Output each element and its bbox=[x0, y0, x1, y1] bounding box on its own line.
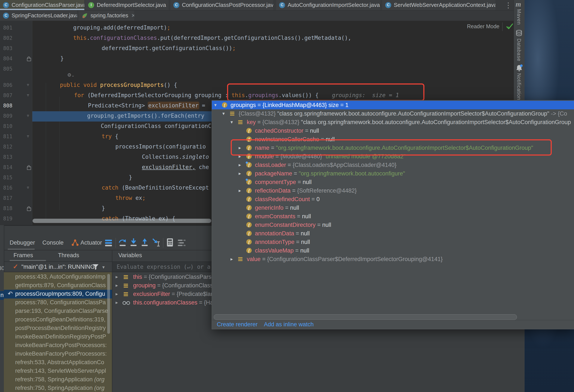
thread-selector[interactable]: "main"@1 in...in": RUNNING bbox=[21, 264, 95, 270]
variable-tree-row[interactable]: fannotationType = null bbox=[212, 238, 574, 246]
variable-row-segment: genericInfo bbox=[255, 205, 284, 211]
stack-frame-row[interactable]: processGroupImports:809, Configu bbox=[15, 290, 109, 297]
tool-button-maven[interactable]: Maven bbox=[516, 9, 522, 25]
expand-chevron-icon[interactable]: ▸ bbox=[239, 162, 241, 168]
variable-tree-row[interactable]: ▾key = {Class@4132} "class org.springfra… bbox=[212, 118, 574, 126]
step-over-icon[interactable] bbox=[118, 238, 127, 247]
subtab-threads[interactable]: Threads bbox=[58, 252, 79, 259]
variable-tree-row[interactable]: ▸fclassLoader = {ClassLoaders$AppClassLo… bbox=[212, 161, 574, 169]
editor-tab[interactable]: CAutoConfigurationImportSelector.java✕ bbox=[276, 0, 380, 10]
code-segment: ; bbox=[232, 45, 236, 51]
subtab-frames[interactable]: Frames bbox=[14, 252, 33, 259]
variable-tree-row[interactable]: fcachedConstructor = null bbox=[212, 126, 574, 135]
code-line: ConfigurationClass configurationCl bbox=[101, 123, 215, 129]
expand-chevron-icon[interactable]: ▸ bbox=[230, 256, 233, 262]
expand-chevron-icon[interactable]: ▸ bbox=[116, 274, 118, 280]
frames-scrollbar[interactable] bbox=[107, 274, 110, 334]
tab-console[interactable]: Console bbox=[42, 239, 63, 246]
tab-debugger[interactable]: Debugger bbox=[10, 239, 35, 246]
stack-frame-row[interactable]: invokeBeanFactoryPostProcessors: bbox=[15, 351, 109, 357]
tool-button-notifications[interactable]: Notifications bbox=[516, 73, 522, 103]
variable-row[interactable]: this = {ConfigurationClassParse bbox=[133, 274, 214, 280]
add-inline-watch-link[interactable]: Add as inline watch bbox=[264, 321, 314, 328]
stack-frame-row[interactable]: postProcessBeanDefinitionRegistry bbox=[15, 325, 109, 331]
variable-row-segment: null bbox=[302, 213, 311, 220]
stack-frame-row[interactable]: processConfigBeanDefinitions:319, bbox=[15, 316, 109, 323]
variable-tree-row[interactable]: ▾{Class@4132} "class org.springframework… bbox=[212, 109, 574, 118]
editor-tab[interactable]: CConfigurationClassParser.java✕ bbox=[0, 0, 84, 10]
variable-row-text: genericInfo = null bbox=[255, 205, 299, 211]
expand-chevron-icon[interactable]: ▾ bbox=[222, 111, 225, 116]
code-segment: deferredImport.getConfigurationClass()) bbox=[102, 45, 232, 51]
stack-frame-row[interactable]: refresh:758, SpringApplication (org bbox=[15, 376, 109, 383]
editor-horizontal-scrollbar[interactable] bbox=[33, 219, 211, 223]
object-value-icon bbox=[124, 275, 128, 279]
close-icon[interactable]: ✕ bbox=[131, 13, 134, 19]
stack-frame-row[interactable]: invokeBeanFactoryPostProcessors: bbox=[15, 342, 109, 349]
tab-actuator[interactable]: Actuator bbox=[81, 239, 102, 246]
variable-tree-row[interactable]: ▾fgroupings = {LinkedHashMap@4463} size … bbox=[212, 101, 574, 109]
stack-frame-row[interactable]: process:780, ConfigurationClassPa bbox=[15, 299, 109, 306]
variable-tree-row[interactable]: fclassRedefinedCount = 0 bbox=[212, 195, 574, 204]
line-number: 812 bbox=[0, 144, 12, 150]
field-icon: f bbox=[246, 188, 252, 193]
stack-frame-row[interactable]: process:433, AutoConfigurationImp bbox=[15, 273, 109, 280]
object-value-icon bbox=[238, 257, 243, 261]
expand-chevron-icon[interactable]: ▾ bbox=[214, 102, 217, 108]
editor-tab[interactable]: spring.factories✕ bbox=[79, 10, 134, 21]
variable-inspection-popup[interactable]: ▾fgroupings = {LinkedHashMap@4463} size … bbox=[212, 100, 574, 329]
create-renderer-link[interactable]: Create renderer bbox=[217, 321, 258, 328]
stack-frame-row[interactable]: refresh:143, ServletWebServerAppl bbox=[15, 368, 109, 374]
layout-settings-icon[interactable] bbox=[177, 239, 186, 247]
stack-frame-row[interactable]: refresh:750, SpringApplication (org bbox=[15, 385, 109, 391]
popup-horizontal-scrollbar[interactable] bbox=[214, 314, 517, 320]
variable-tree-row[interactable]: fannotationData = null bbox=[212, 229, 574, 238]
expand-chevron-icon[interactable]: ▸ bbox=[116, 291, 118, 297]
variable-row[interactable]: this.configurationClasses = {Ha bbox=[133, 299, 213, 306]
expand-chevron-icon[interactable]: ▸ bbox=[239, 171, 241, 176]
step-into-icon[interactable] bbox=[130, 238, 137, 247]
inspections-ok-check-icon[interactable] bbox=[505, 22, 514, 31]
stack-frame-row[interactable]: invokeBeanDefinitionRegistryPostP bbox=[15, 333, 109, 340]
debug-actions-menu-icon[interactable] bbox=[105, 239, 112, 247]
filter-funnel-icon[interactable] bbox=[92, 263, 99, 270]
tool-button-database[interactable]: Database bbox=[516, 39, 522, 61]
maven-icon[interactable]: m bbox=[515, 0, 521, 8]
step-out-icon[interactable] bbox=[141, 238, 148, 247]
field-icon: f bbox=[246, 231, 252, 236]
expand-chevron-icon[interactable]: ▸ bbox=[116, 300, 118, 305]
editor-tab[interactable]: CSpringFactoriesLoader.java✕ bbox=[0, 10, 77, 21]
variable-tree-row[interactable]: ▸fpackageName = "org.springframework.boo… bbox=[212, 169, 574, 178]
tab-options-kebab-icon[interactable]: ⋮ bbox=[505, 1, 512, 9]
stack-frame-row[interactable]: getImports:879, ConfigurationClass bbox=[15, 282, 109, 289]
bell-icon[interactable] bbox=[515, 64, 523, 72]
editor-tab[interactable]: CConfigurationClassPostProcessor.java✕ bbox=[170, 0, 273, 10]
code-line: exclusionFilter, che bbox=[142, 164, 209, 170]
variable-tree-row[interactable]: fcomponentType = null bbox=[212, 178, 574, 186]
run-to-cursor-icon[interactable] bbox=[152, 238, 161, 247]
variable-row[interactable]: grouping = {ConfigurationClass bbox=[133, 282, 213, 289]
thread-dropdown-chevron-icon[interactable]: ▾ bbox=[102, 265, 105, 270]
variable-row[interactable]: exclusionFilter = {Predicate$lan bbox=[133, 291, 214, 297]
variable-tree-row[interactable]: fgenericInfo = null bbox=[212, 204, 574, 212]
gear-inlay-icon[interactable]: ⚙⌄ bbox=[67, 72, 75, 78]
evaluate-expression-icon[interactable] bbox=[166, 238, 174, 247]
editor-tab[interactable]: IDeferredImportSelector.java✕ bbox=[85, 0, 169, 10]
stack-frame-row[interactable]: parse:193, ConfigurationClassParse bbox=[15, 308, 109, 314]
variable-row-segment: null bbox=[301, 230, 310, 237]
stack-frame-row[interactable]: refresh:533, AbstractApplicationCo bbox=[15, 359, 109, 366]
database-icon[interactable] bbox=[515, 30, 523, 37]
editor-tab[interactable]: CServletWebServerApplicationContext.java… bbox=[382, 0, 495, 10]
expand-chevron-icon[interactable]: ▸ bbox=[116, 283, 118, 288]
reader-mode-label[interactable]: Reader Mode bbox=[467, 23, 499, 30]
expand-chevron-icon[interactable]: ▾ bbox=[230, 119, 233, 125]
variable-row-segment: null bbox=[303, 179, 312, 185]
variable-tree-row[interactable]: fclassValueMap = null bbox=[212, 246, 574, 255]
variable-tree-row[interactable]: ▸freflectionData = {SoftReference@4482} bbox=[212, 186, 574, 195]
line-number: 819 bbox=[0, 216, 12, 222]
variable-tree-row[interactable]: fenumConstantDirectory = null bbox=[212, 221, 574, 229]
variable-tree-row[interactable]: ▸value = {ConfigurationClassParser$Defer… bbox=[212, 255, 574, 263]
variable-tree-row[interactable]: fenumConstants = null bbox=[212, 212, 574, 221]
frame-text: parse:193, ConfigurationClassParse bbox=[15, 308, 108, 314]
expand-chevron-icon[interactable]: ▸ bbox=[239, 188, 241, 193]
